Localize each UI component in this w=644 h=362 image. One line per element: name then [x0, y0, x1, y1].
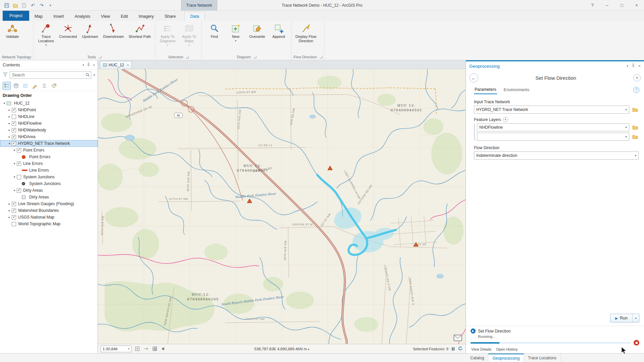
ribbon-button-downstream[interactable]: Downstream	[101, 22, 126, 54]
tab-analysis[interactable]: Analysis	[69, 12, 96, 21]
contextual-tab-group[interactable]: Trace Network	[181, 0, 217, 11]
open-history-link[interactable]: Open History	[496, 347, 518, 351]
layer-tree-row-line-errors[interactable]: Line Errors	[0, 167, 98, 174]
layer-tree-row-huc-12[interactable]: ▾HUC_12	[0, 100, 98, 107]
layer-tree-row-nhdline[interactable]: ▸NHDLine	[0, 113, 98, 120]
layer-tree-row-system-junctions[interactable]: ▾System Junctions	[0, 174, 98, 180]
layer-tree-row-usgs-national-map[interactable]: ▸USGS National Map	[0, 214, 98, 221]
feature-layer-combobox-empty[interactable]: ▾	[477, 133, 629, 141]
layer-tree-row-live-stream-gauges-flooding[interactable]: ▸Live Stream Gauges (Flooding)	[0, 200, 98, 207]
layer-tree-row-hydro-net-trace-network[interactable]: ▾HYDRO_NET Trace Network	[0, 140, 98, 147]
expander-icon[interactable]: ▸	[7, 216, 12, 219]
pin-icon[interactable]	[632, 64, 635, 69]
filter-icon[interactable]	[3, 72, 8, 78]
scale-combobox[interactable]: 1:30,846 ▾	[101, 346, 131, 352]
layer-tree-row-dirty-areas[interactable]: Dirty Areas	[0, 194, 98, 200]
layer-visibility-checkbox[interactable]	[17, 162, 21, 166]
new-icon[interactable]	[21, 2, 28, 9]
browse-folder-icon[interactable]	[631, 106, 639, 113]
pane-tab-geoprocessing[interactable]: Geoprocessing	[488, 354, 524, 362]
tab-imagery[interactable]: Imagery	[133, 12, 159, 21]
back-button[interactable]: ←	[469, 73, 478, 82]
pane-menu-icon[interactable]: ▾	[627, 64, 628, 68]
layer-tree-row-line-errors[interactable]: ▾Line Errors	[0, 160, 98, 167]
layer-visibility-checkbox[interactable]	[17, 175, 21, 179]
layer-visibility-checkbox[interactable]	[17, 148, 21, 153]
search-input[interactable]	[10, 73, 84, 77]
expander-icon[interactable]: ▾	[12, 162, 17, 165]
selected-features-count[interactable]: Selected Features: 9	[413, 347, 448, 351]
layer-tree-row-watershed-boundaries[interactable]: ▸Watershed Boundaries	[0, 207, 98, 214]
data-source-icon[interactable]	[12, 82, 20, 90]
tab-parameters[interactable]: Parameters	[474, 85, 497, 94]
ribbon-button-append[interactable]: Append	[268, 22, 289, 54]
extent-icon[interactable]	[143, 346, 149, 352]
redo-icon[interactable]: ↷	[38, 2, 45, 9]
ribbon-button-find[interactable]: Find	[204, 22, 225, 54]
group-launcher-icon[interactable]	[320, 56, 322, 58]
feature-layers-collapse-icon[interactable]: ▾	[503, 117, 508, 122]
layer-tree-row-nhdflowline[interactable]: ▸NHDFlowline	[0, 120, 98, 127]
add-to-project-icon[interactable]: +	[633, 74, 641, 81]
expander-icon[interactable]: ▸	[7, 202, 12, 205]
selection-icon[interactable]	[21, 82, 30, 90]
layer-visibility-checkbox[interactable]	[12, 128, 16, 132]
layer-visibility-checkbox[interactable]	[17, 188, 21, 193]
layer-visibility-checkbox[interactable]	[12, 208, 16, 213]
layer-tree-row-system-junctions[interactable]: System Junctions	[0, 180, 98, 187]
search-options-caret-icon[interactable]: ▾	[93, 73, 95, 77]
pause-drawing-icon[interactable]	[452, 347, 454, 351]
cancel-tool-button[interactable]	[634, 340, 639, 346]
layer-visibility-checkbox[interactable]	[12, 202, 16, 206]
layer-tree-row-nhdpoint[interactable]: ▸NHDPoint	[0, 107, 98, 113]
layer-tree-row-nhdarea[interactable]: ▸NHDArea	[0, 133, 98, 140]
expander-icon[interactable]: ▾	[7, 142, 12, 145]
pin-icon[interactable]	[87, 63, 90, 67]
tab-view[interactable]: View	[96, 12, 115, 21]
minimize-icon[interactable]: –	[600, 0, 614, 11]
layer-visibility-checkbox[interactable]	[12, 222, 16, 226]
expander-icon[interactable]: ▾	[2, 102, 7, 105]
ribbon-button-overwrite[interactable]: Overwrite	[247, 22, 268, 54]
help-icon[interactable]: ?	[633, 87, 639, 93]
expander-icon[interactable]: ▸	[7, 115, 12, 118]
input-trace-network-combobox[interactable]: HYDRO_NET Trace Network ▾	[474, 106, 629, 114]
tab-insert[interactable]: Insert	[48, 12, 69, 21]
expander-icon[interactable]: ▸	[7, 135, 12, 138]
layer-tree-row-point-errors[interactable]: Point Errors	[0, 154, 98, 160]
ribbon-button-upstream[interactable]: Upstream	[79, 22, 100, 54]
maximize-icon[interactable]: □	[614, 0, 629, 11]
tab-map[interactable]: Map	[29, 12, 48, 21]
run-options-caret-icon[interactable]: ▾	[632, 314, 639, 322]
tab-data[interactable]: Data	[184, 12, 205, 21]
group-launcher-icon[interactable]	[254, 56, 256, 58]
run-button[interactable]: ▶Run ▾	[610, 314, 639, 322]
pane-tab-trace-locations[interactable]: Trace Locations	[524, 354, 561, 362]
layer-tree-row-nhdwaterbody[interactable]: ▸NHDWaterbody	[0, 127, 98, 133]
close-icon[interactable]: ×	[629, 0, 644, 11]
ribbon-button-shortest-path[interactable]: Shortest Path	[126, 22, 153, 54]
tab-edit[interactable]: Edit	[115, 12, 133, 21]
browse-folder-icon[interactable]	[631, 124, 639, 131]
flow-direction-dropdown[interactable]: Indeterminate direction ▾	[474, 152, 639, 160]
drawing-order-icon[interactable]	[3, 82, 11, 90]
search-icon[interactable]	[84, 73, 91, 78]
close-pane-icon[interactable]: ×	[93, 63, 95, 67]
tab-project[interactable]: Project	[3, 11, 29, 21]
snapping-icon[interactable]	[40, 82, 48, 90]
expander-icon[interactable]: ▸	[7, 122, 12, 125]
pane-tab-catalog[interactable]: Catalog	[466, 354, 488, 362]
undo-icon[interactable]: ↶	[30, 2, 36, 9]
expander-icon[interactable]: ▸	[7, 108, 12, 112]
zoom-selection-icon[interactable]	[134, 346, 140, 352]
ribbon-button-connected[interactable]: Connected	[57, 22, 79, 54]
expander-icon[interactable]: ▸	[7, 128, 12, 132]
view-details-link[interactable]: View Details	[471, 347, 491, 351]
expander-icon[interactable]: ▾	[12, 175, 17, 179]
expander-icon[interactable]: ▾	[12, 148, 17, 152]
browse-folder-icon[interactable]	[631, 133, 639, 140]
editing-icon[interactable]	[31, 82, 39, 90]
layer-visibility-checkbox[interactable]	[12, 108, 16, 112]
save-icon[interactable]	[3, 2, 10, 9]
group-launcher-icon[interactable]	[99, 56, 101, 58]
